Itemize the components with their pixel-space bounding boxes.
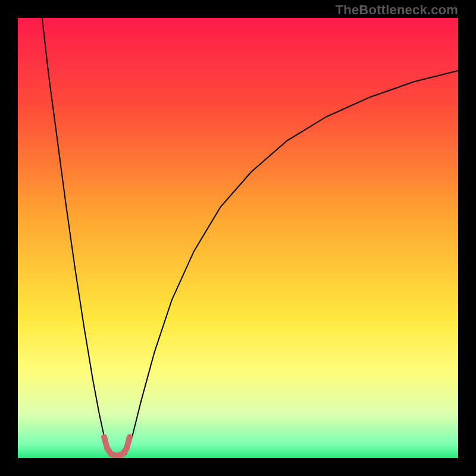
chart-svg	[18, 18, 458, 458]
attribution-text: TheBottleneck.com	[336, 2, 458, 18]
chart-frame: TheBottleneck.com	[0, 0, 476, 476]
plot-area	[18, 18, 458, 458]
gradient-background	[18, 18, 458, 458]
